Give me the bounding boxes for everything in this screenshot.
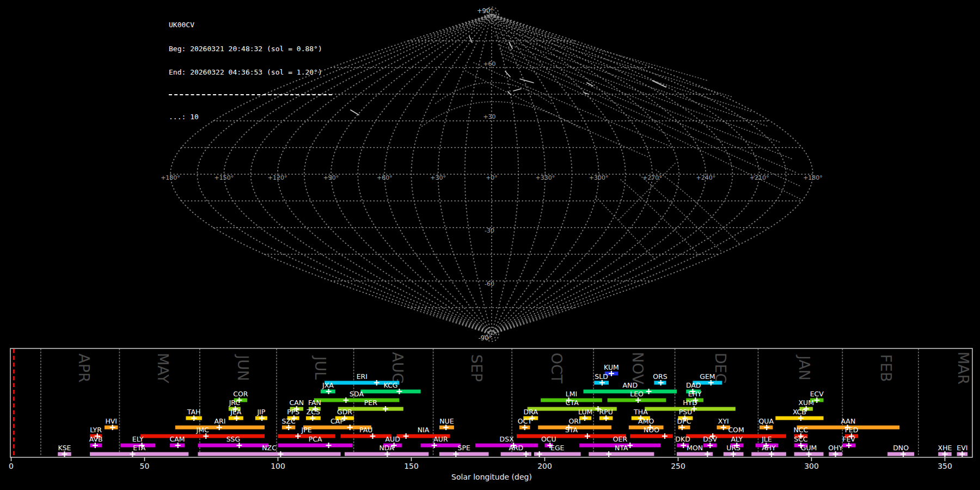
shower-label-AAN: AAN bbox=[841, 417, 855, 425]
shower-bar-SPE bbox=[439, 452, 489, 456]
month-label-NOV: NOV bbox=[629, 352, 646, 384]
shower-bar-SDA bbox=[314, 399, 400, 402]
shower-label-JEA: JEA bbox=[230, 408, 242, 416]
shower-label-AMO: AMO bbox=[638, 417, 654, 425]
shower-label-CTA: CTA bbox=[566, 399, 579, 407]
shower-label-AHY: AHY bbox=[762, 444, 776, 452]
shower-label-OCT: OCT bbox=[518, 417, 532, 425]
shower-label-URS: URS bbox=[726, 444, 740, 452]
shower-label-ARI: ARI bbox=[214, 417, 225, 425]
separator-dashes bbox=[169, 94, 332, 95]
shower-label-GUM: GUM bbox=[801, 444, 817, 452]
shower-label-NZC: NZC bbox=[262, 444, 277, 452]
x-axis-title: Solar longitude (deg) bbox=[451, 473, 532, 481]
shower-label-QUA: QUA bbox=[758, 417, 774, 425]
shower-label-AUR: AUR bbox=[433, 435, 448, 443]
shower-label-ELY: ELY bbox=[132, 435, 144, 443]
shower-label-AUD: AUD bbox=[385, 435, 400, 443]
month-label-OCT: OCT bbox=[548, 353, 565, 384]
shower-label-NUE: NUE bbox=[439, 417, 454, 425]
shower-label-KSE: KSE bbox=[58, 444, 71, 452]
month-label-SEP: SEP bbox=[468, 354, 485, 382]
shower-label-ORI: ORI bbox=[569, 417, 581, 425]
shower-label-ORS: ORS bbox=[653, 372, 667, 381]
shower-bar-STA bbox=[517, 434, 626, 438]
shower-label-LYR: LYR bbox=[90, 426, 102, 434]
shower-bar-NTA bbox=[589, 452, 654, 456]
shower-label-NDA: NDA bbox=[379, 444, 395, 452]
x-tick-label-200: 200 bbox=[537, 462, 552, 470]
shower-label-PAU: PAU bbox=[359, 426, 372, 434]
x-tick-label-150: 150 bbox=[404, 462, 419, 470]
shower-label-DPC: DPC bbox=[677, 417, 691, 425]
shower-label-XCB: XCB bbox=[793, 408, 806, 416]
shower-label-DNO: DNO bbox=[893, 444, 909, 452]
meteor-count-line: ...: 10 bbox=[169, 113, 332, 121]
shower-label-HVI: HVI bbox=[105, 417, 117, 425]
shower-label-OCU: OCU bbox=[541, 435, 556, 443]
month-label-JUL: JUL bbox=[312, 356, 329, 380]
meteor-radiant-screen: +90°-90°+180°+150°+120°+90°+60°+30°+0°+3… bbox=[0, 0, 980, 490]
begin-time-line: Beg: 20260321 20:48:32 (sol = 0.88°) bbox=[169, 45, 332, 53]
month-label-APR: APR bbox=[76, 353, 93, 383]
shower-label-FEV: FEV bbox=[842, 435, 855, 443]
shower-label-JIP: JIP bbox=[256, 408, 265, 416]
shower-label-XHE: XHE bbox=[938, 444, 952, 452]
shower-label-JRC: JRC bbox=[229, 399, 241, 407]
shower-label-MON: MON bbox=[687, 444, 703, 452]
shower-label-COM: COM bbox=[728, 426, 744, 434]
shower-label-SZC: SZC bbox=[281, 417, 295, 425]
shower-label-DSV: DSV bbox=[703, 435, 718, 443]
x-tick-label-50: 50 bbox=[140, 462, 150, 470]
shower-label-LUM: LUM bbox=[578, 408, 592, 416]
shower-bar-AUR bbox=[421, 444, 461, 448]
shower-bar-PAU bbox=[341, 434, 391, 438]
shower-label-EVI: EVI bbox=[957, 444, 967, 452]
shower-label-OER: OER bbox=[613, 435, 628, 443]
shower-label-NTA: NTA bbox=[615, 444, 628, 452]
shower-label-EGE: EGE bbox=[550, 444, 565, 452]
shower-bar-PCA bbox=[278, 444, 353, 448]
shower-label-PER: PER bbox=[364, 399, 377, 407]
shower-label-SLD: SLD bbox=[595, 372, 608, 381]
observation-info: UK00CV Beg: 20260321 20:48:32 (sol = 0.8… bbox=[169, 5, 332, 137]
shower-label-STA: STA bbox=[565, 426, 578, 434]
shower-label-CAP: CAP bbox=[330, 417, 344, 425]
month-label-MAR: MAR bbox=[955, 352, 972, 385]
shower-label-THA: THA bbox=[633, 408, 648, 416]
shower-label-COR: COR bbox=[233, 390, 248, 398]
shower-label-SSG: SSG bbox=[226, 435, 241, 443]
shower-label-NCC: NCC bbox=[793, 426, 808, 434]
month-label-JAN: JAN bbox=[796, 354, 813, 381]
shower-bar-SSG bbox=[198, 444, 269, 448]
shower-label-DSX: DSX bbox=[500, 435, 514, 443]
shower-label-PPS: PPS bbox=[287, 408, 299, 416]
shower-label-PSU: PSU bbox=[679, 408, 693, 416]
shower-label-SDA: SDA bbox=[350, 390, 364, 398]
shower-bar-KCG bbox=[360, 390, 420, 394]
shower-label-ARD: ARD bbox=[509, 444, 523, 452]
shower-label-NIA: NIA bbox=[418, 426, 430, 434]
shower-label-XUM: XUM bbox=[798, 399, 814, 407]
shower-label-NOO: NOO bbox=[644, 426, 659, 434]
shower-label-ERI: ERI bbox=[357, 372, 367, 381]
shower-label-DRA: DRA bbox=[524, 408, 538, 416]
shower-label-SCC: SCC bbox=[794, 435, 808, 443]
shower-activity-timeline: APRMAYJUNJULAUGSEPOCTNOVDECJANFEBMARKUME… bbox=[0, 0, 980, 490]
shower-label-PCA: PCA bbox=[309, 435, 322, 443]
shower-label-DAD: DAD bbox=[686, 381, 701, 389]
x-tick-label-100: 100 bbox=[271, 462, 285, 470]
shower-bar-JPE bbox=[278, 434, 335, 438]
month-label-FEB: FEB bbox=[878, 354, 895, 382]
shower-label-GEM: GEM bbox=[700, 372, 715, 381]
shower-label-CAM: CAM bbox=[169, 435, 185, 443]
x-tick-label-250: 250 bbox=[671, 462, 685, 470]
shower-label-HYD: HYD bbox=[683, 399, 697, 407]
shower-label-LEO: LEO bbox=[630, 390, 644, 398]
shower-label-JPE: JPE bbox=[301, 426, 312, 434]
shower-label-RPU: RPU bbox=[599, 408, 613, 416]
shower-label-FAN: FAN bbox=[308, 399, 321, 407]
shower-label-KCG: KCG bbox=[384, 381, 398, 389]
shower-label-LMI: LMI bbox=[566, 390, 577, 398]
month-label-MAY: MAY bbox=[155, 353, 171, 384]
